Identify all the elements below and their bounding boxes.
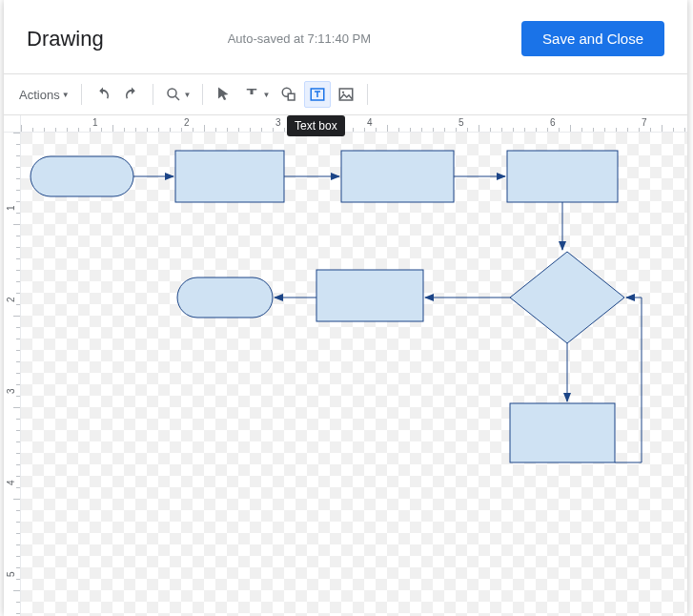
canvas-area: 1234567 12345 Text box: [4, 114, 687, 616]
image-tool[interactable]: [333, 81, 359, 108]
shape-icon: [280, 86, 297, 103]
ruler-label: 4: [367, 117, 373, 128]
ruler-label: 5: [6, 571, 16, 577]
select-tool[interactable]: [211, 81, 237, 108]
connector-arrow[interactable]: [615, 298, 642, 462]
actions-menu[interactable]: Actions ▼: [15, 81, 73, 108]
ruler-label: 1: [92, 117, 98, 128]
textbox-tooltip: Text box: [287, 115, 345, 136]
textbox-tool[interactable]: [304, 81, 331, 108]
line-icon: [243, 86, 260, 103]
flowchart-rounded-rect[interactable]: [177, 277, 273, 318]
cursor-icon: [215, 86, 233, 103]
ruler-label: 1: [6, 205, 16, 211]
flowchart-rect[interactable]: [175, 151, 284, 202]
vertical-ruler: 12345: [4, 133, 21, 616]
zoom-icon: [165, 86, 182, 103]
separator: [81, 84, 82, 105]
separator: [367, 84, 368, 105]
undo-button[interactable]: [90, 81, 116, 108]
chevron-down-icon: ▼: [184, 91, 192, 99]
zoom-menu[interactable]: ▼: [161, 81, 195, 108]
separator: [153, 84, 153, 105]
autosave-status: Auto-saved at 7:11:40 PM: [228, 31, 521, 46]
ruler-label: 5: [459, 117, 464, 128]
undo-icon: [94, 86, 112, 103]
shape-tool[interactable]: [275, 81, 302, 108]
flowchart-rect[interactable]: [507, 151, 618, 202]
horizontal-ruler: 1234567: [21, 115, 687, 133]
ruler-label: 2: [6, 297, 16, 302]
drawing-dialog: Drawing Auto-saved at 7:11:40 PM Save an…: [4, 0, 687, 616]
drawing-canvas[interactable]: [21, 133, 687, 616]
line-tool-menu[interactable]: ▼: [239, 81, 274, 108]
ruler-corner: [4, 115, 21, 133]
redo-button[interactable]: [118, 81, 145, 108]
dialog-title: Drawing: [27, 27, 104, 51]
ruler-label: 4: [6, 480, 16, 485]
ruler-label: 3: [6, 388, 16, 394]
save-and-close-button[interactable]: Save and Close: [521, 21, 664, 56]
svg-rect-4: [340, 89, 354, 100]
ruler-label: 7: [642, 117, 647, 128]
svg-rect-2: [289, 93, 296, 100]
redo-icon: [123, 86, 140, 103]
flowchart-rect[interactable]: [316, 270, 423, 321]
ruler-label: 2: [184, 117, 190, 128]
flowchart-rect[interactable]: [510, 403, 615, 462]
flowchart-rect[interactable]: [341, 151, 454, 202]
chevron-down-icon: ▼: [62, 91, 70, 99]
chevron-down-icon: ▼: [262, 91, 270, 99]
separator: [202, 84, 203, 105]
svg-point-0: [168, 89, 176, 97]
flowchart-rounded-rect[interactable]: [31, 156, 133, 196]
textbox-icon: [309, 86, 326, 103]
ruler-label: 6: [550, 117, 556, 128]
flowchart-diamond[interactable]: [510, 252, 624, 343]
toolbar: Actions ▼ ▼ ▼: [4, 74, 687, 114]
ruler-label: 3: [275, 117, 281, 128]
dialog-header: Drawing Auto-saved at 7:11:40 PM Save an…: [4, 0, 687, 74]
image-icon: [337, 86, 355, 103]
flowchart-diagram: [21, 133, 687, 616]
svg-point-5: [342, 92, 344, 93]
